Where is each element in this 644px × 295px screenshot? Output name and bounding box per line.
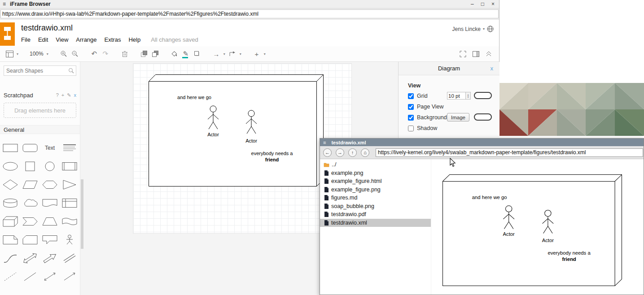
diagram-caption-top[interactable]: and here we go [177, 95, 211, 100]
background-image-button[interactable]: Image [447, 113, 469, 121]
shadow-button[interactable] [193, 50, 201, 57]
shape-directional-connector[interactable] [60, 267, 79, 286]
diagram-caption-bottom-line1[interactable]: everybody needs a [251, 151, 294, 156]
chevron-down-icon[interactable]: ▾ [240, 52, 241, 56]
list-item-parent-folder[interactable]: ../ [320, 161, 431, 169]
background-color-swatch[interactable] [474, 113, 492, 121]
shape-step[interactable] [20, 212, 40, 230]
actor-label[interactable]: Actor [207, 132, 219, 137]
to-back-button[interactable] [151, 50, 159, 57]
drawio-logo[interactable] [0, 22, 15, 46]
shape-cloud[interactable] [20, 194, 40, 212]
list-item-file[interactable]: example.png [320, 169, 431, 178]
list-item-file[interactable]: soap_bubble.png [320, 202, 431, 211]
minimize-button[interactable]: – [471, 1, 474, 7]
shape-actor[interactable] [60, 230, 79, 249]
chevron-down-icon[interactable]: ▾ [47, 52, 48, 56]
shape-process[interactable] [60, 157, 79, 175]
line-color-button[interactable]: ✎ [182, 50, 190, 58]
shape-note[interactable] [0, 230, 20, 249]
menu-view[interactable]: View [56, 36, 68, 43]
shape-triangle[interactable] [60, 175, 79, 194]
browser-url-input[interactable] [0, 9, 499, 18]
shape-square[interactable] [20, 157, 40, 175]
shape-arrow[interactable] [40, 249, 60, 267]
shape-parallelogram[interactable] [20, 175, 40, 194]
zoom-in-button[interactable] [60, 50, 68, 57]
grid-size-input[interactable] [447, 92, 466, 100]
zoom-level[interactable]: 100% [30, 51, 44, 57]
background-checkbox[interactable] [408, 115, 414, 121]
page-view-checkbox[interactable] [408, 104, 414, 110]
collapse-toolbar-button[interactable] [485, 51, 493, 56]
format-panel-tab-diagram[interactable]: Diagram [438, 65, 460, 72]
up-button[interactable]: ↑ [348, 148, 357, 157]
list-item-file[interactable]: example_figure.png [320, 186, 431, 194]
fit-page-button[interactable] [459, 51, 467, 57]
shape-dashed-line[interactable] [0, 267, 20, 286]
search-input[interactable] [4, 65, 76, 76]
menu-extras[interactable]: Extras [105, 36, 121, 43]
chevron-down-icon[interactable]: ▾ [17, 52, 18, 56]
scratchpad-close-icon[interactable]: x [74, 92, 77, 98]
scratchpad-add-icon[interactable]: + [61, 92, 64, 98]
diagram-drawing[interactable]: and here we go Actor Actor everybody nee… [149, 74, 324, 187]
zoom-out-button[interactable] [71, 50, 79, 57]
actor-label[interactable]: Actor [245, 138, 257, 143]
menu-edit[interactable]: Edit [38, 36, 48, 43]
shape-text[interactable]: Text [40, 139, 60, 157]
list-item-file[interactable]: figures.md [320, 194, 431, 202]
shape-hexagon[interactable] [40, 175, 60, 194]
window-menu-icon[interactable]: ≡ [3, 1, 6, 7]
shadow-checkbox[interactable] [408, 126, 414, 131]
to-front-button[interactable] [140, 50, 148, 57]
language-globe-icon[interactable] [487, 26, 494, 32]
menu-help[interactable]: Help [128, 36, 140, 43]
grid-color-swatch[interactable] [474, 92, 492, 99]
shape-curve[interactable] [0, 249, 20, 267]
user-name[interactable]: Jens Lincke [452, 26, 481, 32]
shape-circle[interactable] [40, 157, 60, 175]
section-general[interactable]: General [0, 125, 80, 134]
shape-rounded-rectangle[interactable] [20, 139, 40, 157]
undo-button[interactable]: ↶ [90, 50, 98, 58]
shape-tape[interactable] [60, 212, 79, 230]
grid-checkbox[interactable] [408, 93, 414, 99]
shape-internal-storage[interactable] [60, 194, 79, 212]
format-panel-toggle-button[interactable] [472, 51, 480, 57]
shape-rectangle[interactable] [0, 139, 20, 157]
shape-line[interactable] [20, 267, 40, 286]
shape-link[interactable] [60, 249, 79, 267]
list-item-file[interactable]: example_figure.html [320, 177, 431, 186]
redo-button[interactable]: ↷ [101, 50, 110, 58]
stepper-down-icon[interactable]: ▾ [468, 96, 469, 98]
sidebar-scrollbar-thumb[interactable] [81, 179, 83, 249]
file-url-input[interactable] [376, 148, 643, 157]
forward-button[interactable]: → [336, 148, 344, 157]
shape-callout[interactable] [40, 230, 60, 249]
scratchpad-drop-area[interactable]: Drag elements here [4, 103, 76, 118]
format-panel-close-icon[interactable]: x [491, 65, 494, 72]
diagram-caption-bottom-line2[interactable]: friend [265, 157, 279, 162]
shape-bidirectional-arrow[interactable] [20, 249, 40, 267]
shape-diamond[interactable] [0, 175, 20, 194]
shape-trapezoid[interactable] [40, 212, 60, 230]
menu-arrange[interactable]: Arrange [76, 36, 96, 43]
canvas-page[interactable]: and here we go Actor Actor everybody nee… [133, 63, 352, 234]
chevron-down-icon[interactable]: ▾ [264, 52, 266, 56]
scratchpad-edit-icon[interactable]: ✎ [67, 92, 71, 98]
scratchpad-help-icon[interactable]: ? [56, 92, 59, 98]
window-menu-icon[interactable]: ≡ [323, 140, 326, 145]
menu-file[interactable]: File [21, 36, 31, 43]
shape-document[interactable] [40, 194, 60, 212]
shape-cube[interactable] [0, 212, 20, 230]
grid-size-stepper[interactable]: ▴ ▾ [466, 92, 471, 100]
shape-cylinder[interactable] [0, 194, 20, 212]
shape-ellipse[interactable] [0, 157, 20, 175]
maximize-button[interactable]: □ [481, 1, 484, 7]
shape-card[interactable] [20, 230, 40, 249]
connection-button[interactable]: → [212, 50, 220, 58]
home-button[interactable]: ⌂ [361, 148, 369, 157]
list-item-file[interactable]: testdrawio.pdf [320, 210, 431, 219]
sidebar-scrollbar[interactable] [80, 62, 84, 295]
